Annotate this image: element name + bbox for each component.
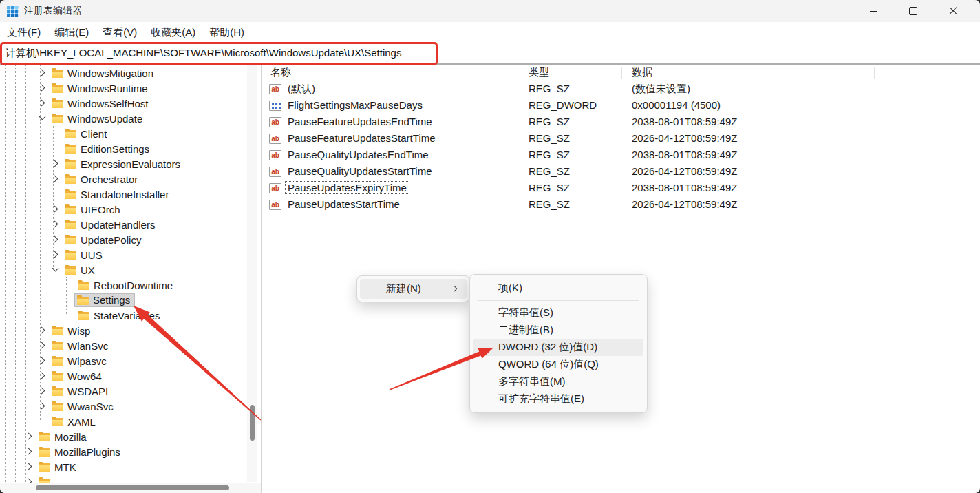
tree-item-orchestrator[interactable]: Orchestrator [0, 171, 250, 187]
tree-vertical-scrollbar-thumb[interactable] [250, 405, 255, 441]
menu-file[interactable]: 文件(F) [0, 24, 47, 41]
tree-item-updatepolicy[interactable]: UpdatePolicy [0, 232, 250, 247]
column-separator[interactable] [874, 67, 875, 79]
column-separator[interactable] [621, 67, 622, 79]
tree-item-editionsettings[interactable]: EditionSettings [0, 141, 250, 156]
tree-item-windowsupdate[interactable]: WindowsUpdate [0, 111, 250, 126]
folder-icon [52, 403, 63, 411]
chevron-right-icon[interactable] [39, 70, 45, 76]
chevron-right-icon[interactable] [39, 342, 45, 349]
chevron-right-icon[interactable] [25, 433, 32, 440]
reg-sz-icon: ab [269, 167, 281, 177]
tree-item-label: WwanSvc [67, 401, 114, 412]
tree-item-xaml[interactable]: XAML [0, 414, 250, 429]
submenu-item-key[interactable]: 项(K) [473, 280, 643, 297]
submenu-item-string-value[interactable]: 字符串值(S) [473, 304, 643, 322]
tree-item-uieorch[interactable]: UIEOrch [0, 202, 250, 217]
chevron-right-icon[interactable] [52, 251, 58, 258]
tree-item-windowsruntime[interactable]: WindowsRuntime [0, 81, 250, 96]
registry-editor-window: 注册表编辑器 文件(F) 编辑(E) 查看(V) 收藏夹(A) 帮助(H) 计算… [0, 0, 980, 493]
value-row-pauseupdatesstarttime[interactable]: abPauseUpdatesStartTimeREG_SZ2026-04-12T… [265, 197, 980, 213]
submenu-item-expandable-string-value[interactable]: 可扩充字符串值(E) [473, 390, 643, 408]
chevron-right-icon[interactable] [39, 403, 45, 410]
tree-item-mozillaplugins[interactable]: MozillaPlugins [0, 444, 250, 459]
tree-item-settings[interactable]: Settings [0, 293, 250, 308]
tree-item-wsdapi[interactable]: WSDAPI [0, 384, 250, 399]
address-bar[interactable]: 计算机\HKEY_LOCAL_MACHINE\SOFTWARE\Microsof… [0, 43, 980, 65]
chevron-down-icon[interactable] [39, 114, 46, 120]
menu-favorites[interactable]: 收藏夹(A) [144, 24, 202, 41]
tree-item-wisp[interactable]: Wisp [0, 323, 250, 338]
maximize-button[interactable] [893, 0, 933, 22]
tree-item-label: Orchestrator [81, 174, 138, 185]
column-header-type[interactable]: 类型 [529, 66, 549, 79]
submenu-item-multistring-value[interactable]: 多字符串值(M) [473, 373, 643, 390]
chevron-right-icon[interactable] [52, 160, 58, 167]
registry-tree-pane: WindowsMitigation WindowsRuntime Windows… [0, 65, 262, 493]
chevron-right-icon[interactable] [39, 100, 45, 107]
tree-item-label: WindowsUpdate [67, 113, 142, 125]
chevron-right-icon[interactable] [52, 236, 58, 243]
value-row-pauseupdatesexpirytime[interactable]: abPauseUpdatesExpiryTimeREG_SZ2038-08-01… [265, 180, 980, 197]
tree-item-label: EditionSettings [81, 143, 149, 155]
tree-item-updatehandlers[interactable]: UpdateHandlers [0, 217, 250, 232]
tree-item-label: Settings [93, 294, 130, 306]
menu-item-label: 字符串值(S) [498, 306, 553, 319]
value-data: 0x00001194 (4500) [632, 99, 721, 111]
chevron-right-icon[interactable] [39, 327, 45, 334]
value-type: REG_SZ [529, 83, 570, 94]
chevron-right-icon[interactable] [52, 221, 58, 228]
tree-item-wow64[interactable]: Wow64 [0, 368, 250, 384]
value-row-pausefeatureupdatesendtime[interactable]: abPauseFeatureUpdatesEndTimeREG_SZ2038-0… [265, 114, 980, 131]
value-row-pausefeatureupdatesstarttime[interactable]: abPauseFeatureUpdatesStartTimeREG_SZ2026… [265, 131, 980, 147]
tree-item-windowsselfhost[interactable]: WindowsSelfHost [0, 96, 250, 111]
chevron-right-icon[interactable] [39, 373, 45, 379]
column-header-name[interactable]: 名称 [270, 66, 291, 79]
close-button[interactable] [933, 0, 973, 22]
chevron-right-icon[interactable] [52, 176, 58, 182]
chevron-right-icon[interactable] [39, 357, 45, 364]
tree-item-mtk[interactable]: MTK [0, 459, 250, 474]
tree-item-wwansvc[interactable]: WwanSvc [0, 399, 250, 414]
tree-item-wlansvc[interactable]: WlanSvc [0, 338, 250, 353]
column-separator[interactable] [522, 67, 522, 79]
tree-item-mozilla[interactable]: Mozilla [0, 429, 250, 444]
chevron-right-icon[interactable] [39, 388, 45, 395]
value-type: REG_SZ [529, 182, 570, 193]
column-header-data[interactable]: 数据 [632, 66, 652, 79]
chevron-right-icon[interactable] [39, 85, 45, 92]
value-row-default[interactable]: ab(默认)REG_SZ(数值未设置) [265, 81, 980, 98]
tree-horizontal-scrollbar-thumb[interactable] [36, 485, 229, 490]
context-menu-item-new[interactable]: 新建(N) [360, 279, 467, 299]
value-row-pausequalityupdatesstarttime[interactable]: abPauseQualityUpdatesStartTimeREG_SZ2026… [265, 164, 980, 180]
maximize-icon [909, 7, 917, 15]
tree-item-wlpasvc[interactable]: Wlpasvc [0, 353, 250, 368]
submenu-item-qword-value[interactable]: QWORD (64 位)值(Q) [473, 356, 643, 373]
tree-item-ux[interactable]: UX [0, 262, 250, 277]
tree-item-client[interactable]: Client [0, 126, 250, 141]
folder-icon [52, 388, 63, 396]
value-row-pausequalityupdatesendtime[interactable]: abPauseQualityUpdatesEndTimeREG_SZ2038-0… [265, 147, 980, 164]
chevron-right-icon[interactable] [52, 206, 58, 213]
tree-item-windowsmitigation[interactable]: WindowsMitigation [0, 65, 250, 81]
tree-item-standaloneinstaller[interactable]: StandaloneInstaller [0, 187, 250, 202]
folder-icon [65, 145, 76, 154]
submenu-item-binary-value[interactable]: 二进制值(B) [473, 322, 643, 339]
submenu-item-dword-value[interactable]: DWORD (32 位)值(D) [473, 339, 643, 356]
menu-help[interactable]: 帮助(H) [202, 24, 251, 41]
chevron-right-icon[interactable] [25, 448, 32, 455]
menu-view[interactable]: 查看(V) [96, 24, 144, 41]
minimize-button[interactable] [853, 0, 893, 22]
menu-bar: 文件(F) 编辑(E) 查看(V) 收藏夹(A) 帮助(H) [0, 22, 980, 43]
tree-item-expressionevaluators[interactable]: ExpressionEvaluators [0, 156, 250, 171]
tree-item-uus[interactable]: UUS [0, 247, 250, 262]
chevron-right-icon[interactable] [25, 463, 32, 470]
value-name: FlightSettingsMaxPauseDays [288, 99, 423, 111]
value-row-flightsettingsmaxpausedays[interactable]: FlightSettingsMaxPauseDaysREG_DWORD0x000… [265, 98, 980, 114]
menu-edit[interactable]: 编辑(E) [47, 24, 96, 41]
chevron-down-icon[interactable] [52, 265, 59, 272]
tree-item-label: WlanSvc [67, 340, 108, 352]
tree-item-rebootdowntime[interactable]: RebootDowntime [0, 277, 250, 293]
tree-item-label: MTK [54, 461, 76, 473]
tree-item-statevariables[interactable]: StateVariables [0, 308, 250, 323]
